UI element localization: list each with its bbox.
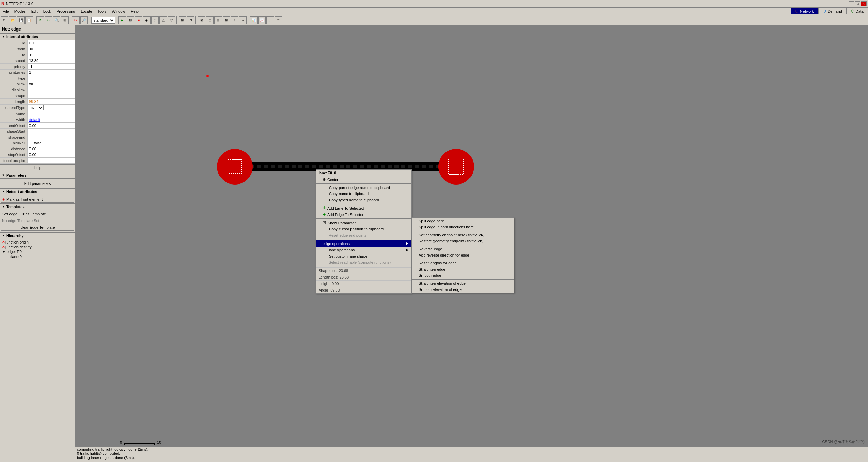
- toolbar-net1[interactable]: ⊠: [198, 16, 205, 24]
- cm-copy-cursor[interactable]: Copy cursor position to clipboard: [316, 226, 411, 232]
- internal-attributes-header[interactable]: ▼ Internal attributes: [0, 33, 75, 40]
- netedit-attributes-header[interactable]: ▼ Netedit attributes: [0, 188, 75, 195]
- toolbar-btn6[interactable]: △: [159, 16, 167, 24]
- toolbar-net2[interactable]: ⊡: [206, 16, 214, 24]
- edit-parameters-button[interactable]: Edit parameters: [1, 180, 74, 187]
- menu-window[interactable]: Window: [109, 9, 128, 14]
- toolbar-delete[interactable]: ✂: [72, 16, 80, 24]
- menu-lock[interactable]: Lock: [40, 9, 54, 14]
- toolbar-zoom-fit[interactable]: ⊞: [61, 16, 69, 24]
- clear-template-button[interactable]: clear Edge Template: [1, 224, 74, 231]
- tab-demand[interactable]: ⬡ Demand: [818, 8, 846, 14]
- sm-split-here[interactable]: Split edge here: [412, 218, 514, 224]
- spreadtype-select[interactable]: right: [29, 105, 44, 110]
- toolbar-btn1[interactable]: ▶: [118, 16, 126, 24]
- cm-height: Height: 0.00: [316, 280, 411, 287]
- hier-junction-dest[interactable]: ✕ junction destiny: [1, 245, 74, 249]
- cm-set-custom-shape[interactable]: Set custom lane shape: [316, 253, 411, 259]
- toolbar-net3[interactable]: ⊟: [214, 16, 222, 24]
- left-junction[interactable]: [217, 149, 253, 185]
- svg-rect-10: [298, 165, 302, 168]
- submenu-arrow: ▶: [406, 241, 408, 246]
- cm-copy-typed[interactable]: Copy typed name to clipboard: [316, 197, 411, 203]
- toolbar-btn4[interactable]: ◈: [143, 16, 151, 24]
- menu-file[interactable]: File: [0, 9, 12, 14]
- sm-add-reverse[interactable]: Add reverse direction for edge: [412, 252, 514, 258]
- sm-split-both[interactable]: Split edge in both directions here: [412, 224, 514, 230]
- titlebar-controls[interactable]: ─ □ ✕: [849, 1, 867, 6]
- bidirail-checkbox[interactable]: [29, 141, 33, 144]
- menu-processing[interactable]: Processing: [54, 9, 78, 14]
- hier-junction-origin[interactable]: ✕ junction origin: [1, 240, 74, 245]
- toolbar-save-as[interactable]: 📋: [25, 16, 33, 24]
- hierarchy-header[interactable]: ▼ Hierarchy: [0, 232, 75, 239]
- toolbar-grid[interactable]: ⊞: [179, 16, 186, 24]
- cm-add-edge[interactable]: ✚ Add Edge To Selected: [316, 211, 411, 218]
- sm-restore-geometry[interactable]: Restore geometry endpoint (shift-click): [412, 238, 514, 244]
- toolbar-btn3[interactable]: ■: [135, 16, 142, 24]
- mark-front-button[interactable]: ◈ Mark as front element: [1, 196, 74, 203]
- attr-row-distance: distance 0.00: [0, 146, 75, 152]
- hier-lane-0[interactable]: ◻ lane 0: [6, 254, 74, 259]
- toolbar-net4[interactable]: ⊞: [223, 16, 230, 24]
- cm-edge-operations[interactable]: edge operations ▶: [316, 240, 411, 247]
- help-button[interactable]: Help: [0, 164, 75, 171]
- svg-rect-25: [401, 165, 405, 168]
- menu-edit[interactable]: Edit: [28, 9, 40, 14]
- toolbar-extra3[interactable]: ⎷: [266, 16, 274, 24]
- close-button[interactable]: ✕: [861, 1, 867, 6]
- set-template-button[interactable]: Set edge 'E0' as Template: [1, 211, 74, 217]
- parameters-header[interactable]: ▼ Parameters: [0, 172, 75, 179]
- tab-data[interactable]: ⬡ Data: [846, 8, 868, 14]
- toolbar-save[interactable]: 💾: [17, 16, 25, 24]
- cm-add-lane[interactable]: ✚ Add Lane To Selected: [316, 205, 411, 211]
- toolbar-open[interactable]: 📂: [9, 16, 16, 24]
- menu-locate[interactable]: Locate: [78, 9, 95, 14]
- toolbar-zoom-in[interactable]: 🔍: [53, 16, 60, 24]
- menu-modes[interactable]: Modes: [12, 9, 28, 14]
- panel-title: Net: edge: [0, 25, 75, 33]
- toolbar-undo[interactable]: ↺: [36, 16, 44, 24]
- sm-reverse-edge[interactable]: Reverse edge: [412, 246, 514, 252]
- statusbar: computing traffic light logics ... done …: [75, 446, 868, 462]
- toolbar-btn2[interactable]: ⊡: [127, 16, 134, 24]
- toolbar-new[interactable]: □: [1, 16, 8, 24]
- hier-edge-e0[interactable]: ▼ edge: E0: [1, 249, 74, 254]
- templates-header[interactable]: ▼ Templates: [0, 203, 75, 210]
- mode-select[interactable]: standard: [91, 17, 115, 24]
- cm-show-param[interactable]: ☑ Show Parameter: [316, 220, 411, 226]
- netedit-icon: ◈: [2, 197, 5, 201]
- right-junction[interactable]: [438, 149, 474, 185]
- sm-set-geometry-start[interactable]: Set geometry endpoint here (shift-click): [412, 232, 514, 238]
- cm-copy-parent-edge[interactable]: Copy parent edge name to clipboard: [316, 185, 411, 191]
- svg-rect-15: [333, 165, 337, 168]
- toolbar-extra1[interactable]: 📊: [250, 16, 258, 24]
- attr-row-priority: priority -1: [0, 63, 75, 69]
- sm-smooth[interactable]: Smooth edge: [412, 272, 514, 279]
- tab-network[interactable]: ⬡ Network: [791, 8, 818, 14]
- toolbar-btn5[interactable]: ◇: [151, 16, 159, 24]
- sm-straighten-elevation[interactable]: Straighten elevation of edge: [412, 280, 514, 286]
- minimize-button[interactable]: ─: [849, 1, 854, 6]
- canvas-area[interactable]: lane:E0_0 ⊕ Center Copy parent edge name…: [75, 25, 868, 462]
- toolbar-extra4[interactable]: ≡: [275, 16, 282, 24]
- cm-center[interactable]: ⊕ Center: [316, 176, 411, 183]
- cm-copy-name[interactable]: Copy name to clipboard: [316, 191, 411, 197]
- sm-reset-lengths[interactable]: Reset lengths for edge: [412, 260, 514, 266]
- cm-lane-operations[interactable]: lane operations ▶: [316, 247, 411, 253]
- attr-row-length: length 69.34: [0, 98, 75, 104]
- toolbar-settings[interactable]: ⚙: [187, 16, 194, 24]
- attr-row-stopoffset: stopOffset 0.00: [0, 152, 75, 157]
- toolbar-btn7[interactable]: ▽: [168, 16, 175, 24]
- toolbar-net6[interactable]: ↔: [239, 16, 247, 24]
- toolbar-net5[interactable]: ↕: [231, 16, 238, 24]
- maximize-button[interactable]: □: [855, 1, 860, 6]
- toolbar-redo[interactable]: ↻: [45, 16, 52, 24]
- toolbar-inspect[interactable]: 🔎: [80, 16, 88, 24]
- toolbar-extra2[interactable]: 📈: [258, 16, 266, 24]
- menu-help[interactable]: Help: [128, 9, 141, 14]
- sm-smooth-elevation[interactable]: Smooth elevation of edge: [412, 286, 514, 293]
- sm-straighten[interactable]: Straighten edge: [412, 266, 514, 272]
- menu-tools[interactable]: Tools: [95, 9, 109, 14]
- sm-sep1: [412, 231, 514, 231]
